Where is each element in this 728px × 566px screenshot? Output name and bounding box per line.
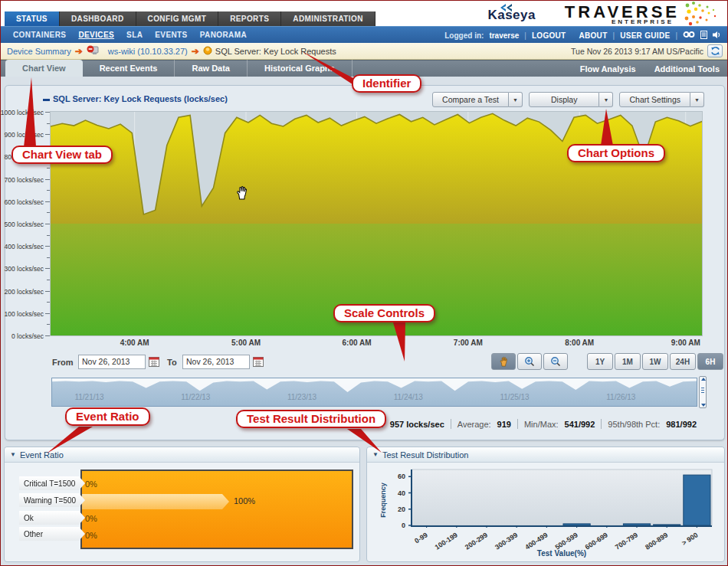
zoom-out-button[interactable] [543, 353, 568, 370]
y-axis-tick [47, 235, 50, 236]
event-ratio-row-critical: 0% [82, 477, 352, 492]
tab-raw-data[interactable]: Raw Data [175, 60, 248, 77]
traverse-edition: ENTERPRISE [612, 18, 674, 25]
tab-chart-view[interactable]: Chart View [5, 60, 83, 77]
collapse-triangle-icon[interactable]: ▼ [372, 451, 379, 458]
nav-tab-status[interactable]: STATUS [5, 11, 60, 26]
y-axis-tick [45, 201, 50, 202]
event-ratio-panel: ▼ Event Ratio 0% 100% 0% 0% Critical T=1… [4, 447, 360, 562]
nav-tab-dashboard[interactable]: DASHBOARD [60, 11, 136, 26]
display-button[interactable]: Display ▼ [529, 92, 613, 107]
timeline-scrollbar[interactable] [699, 376, 707, 408]
pan-tool-button[interactable] [491, 353, 516, 370]
breadcrumb-device-summary-link[interactable]: Device Summary [7, 47, 71, 56]
divider [451, 419, 451, 429]
device-status-icon [87, 45, 99, 57]
ok-pct: 0% [85, 514, 97, 523]
chart-title: SQL Server: Key Lock Requests (locks/sec… [53, 94, 228, 103]
test-warning-icon [203, 46, 212, 57]
test-result-distribution-header[interactable]: ▼ Test Result Distribution [367, 447, 724, 463]
nav-tab-config-mgmt[interactable]: CONFIG MGMT [136, 11, 219, 26]
nav-tab-reports[interactable]: REPORTS [218, 11, 281, 26]
chart-options-toolbar: Compare a Test ▼ Display ▼ Chart Setting… [432, 92, 704, 107]
other-pct: 0% [85, 531, 97, 540]
breadcrumb-arrow-icon: ➔ [192, 46, 199, 57]
chevron-down-icon[interactable]: ▼ [599, 92, 613, 107]
y-axis-tick [47, 324, 50, 325]
link-icon[interactable] [683, 31, 695, 40]
speaker-icon[interactable] [713, 31, 721, 41]
range-1m-button[interactable]: 1M [615, 353, 641, 370]
user-guide-link[interactable]: USER GUIDE [620, 31, 670, 40]
y-axis-tick [45, 246, 50, 247]
chevron-down-icon[interactable]: ▼ [509, 92, 523, 107]
chart-settings-button[interactable]: Chart Settings ▼ [619, 92, 704, 107]
flow-analysis-link[interactable]: Flow Analysis [580, 64, 636, 74]
chart-settings-label[interactable]: Chart Settings [619, 92, 690, 107]
timeline-overview[interactable]: 11/21/1311/22/1311/23/1311/24/1311/25/13… [51, 378, 697, 407]
y-axis-label: 1000 locks/sec [1, 109, 44, 116]
separator: | [613, 31, 615, 40]
y-axis-label: 100 locks/sec [5, 310, 44, 318]
subnav-panorama[interactable]: PANORAMA [200, 31, 247, 39]
tab-recent-events[interactable]: Recent Events [83, 60, 175, 77]
x-axis-label: 4:00 AM [108, 339, 162, 347]
secondary-nav: CONTAINERS DEVICES SLA EVENTS PANORAMA L… [1, 26, 727, 43]
additional-tools-link[interactable]: Additional Tools [654, 64, 720, 74]
zoom-in-button[interactable] [517, 353, 542, 370]
svg-text:0: 0 [402, 522, 405, 529]
from-date-input[interactable]: Nov 26, 2013 [78, 355, 146, 369]
calendar-icon[interactable] [149, 356, 160, 368]
collapse-triangle-icon[interactable]: ▼ [10, 451, 16, 458]
x-axis-label: 5:00 AM [219, 339, 273, 347]
x-axis-label: 8:00 AM [553, 339, 606, 347]
y-axis-tick [47, 190, 50, 191]
range-1w-button[interactable]: 1W [642, 353, 668, 370]
callout-chart-options: Chart Options [567, 144, 665, 162]
y-axis-label: 900 locks/sec [5, 131, 44, 139]
nav-tab-administration[interactable]: ADMINISTRATION [281, 11, 375, 26]
timeline-date-label: 11/26/13 [606, 393, 635, 401]
distribution-bar [623, 524, 650, 525]
percentile-value: 981/992 [666, 420, 697, 429]
y-axis-label: 0 locks/sec [11, 332, 44, 340]
distribution-category-label: 200-299 [464, 531, 489, 551]
compare-a-test-button[interactable]: Compare a Test ▼ [432, 92, 523, 107]
compare-a-test-label[interactable]: Compare a Test [432, 92, 509, 107]
about-link[interactable]: ABOUT [579, 31, 607, 40]
refresh-button[interactable] [707, 44, 723, 57]
summary-stats: Last Value: 957 locks/sec Average: 919 M… [343, 419, 697, 429]
callout-event-ratio: Event Ratio [65, 407, 150, 426]
to-date-input[interactable]: Nov 26, 2013 [182, 355, 250, 369]
range-6h-button[interactable]: 6H [697, 353, 723, 370]
subnav-events[interactable]: EVENTS [155, 31, 187, 39]
timeline-date-label: 11/21/13 [74, 393, 103, 401]
y-axis-tick [45, 179, 50, 180]
logged-in-username: traverse [489, 31, 519, 40]
distribution-category-label: > 900 [680, 531, 700, 547]
chevron-down-icon[interactable]: ▼ [690, 92, 704, 107]
display-label[interactable]: Display [529, 92, 599, 107]
y-axis-tick [47, 123, 50, 124]
y-axis-label: 200 locks/sec [5, 288, 44, 296]
subnav-devices[interactable]: DEVICES [78, 31, 114, 39]
document-icon[interactable] [700, 31, 707, 41]
svg-text:60: 60 [398, 473, 405, 480]
event-ratio-title: Event Ratio [20, 450, 64, 460]
minmax-value: 541/992 [565, 420, 595, 429]
event-ratio-header[interactable]: ▼ Event Ratio [5, 447, 359, 463]
calendar-icon[interactable] [253, 356, 264, 368]
subnav-containers[interactable]: CONTAINERS [13, 31, 66, 39]
breadcrumb-device-link[interactable]: ws-wiki (10.10.33.27) [108, 47, 188, 56]
distribution-category-label: 500-599 [554, 531, 579, 551]
logout-link[interactable]: LOGOUT [532, 31, 566, 40]
range-1y-button[interactable]: 1Y [587, 353, 613, 370]
timeline-date-label: 11/25/13 [500, 393, 529, 401]
range-24h-button[interactable]: 24H [670, 353, 696, 370]
subnav-sla[interactable]: SLA [126, 31, 143, 39]
distribution-category-label: 100-199 [434, 531, 459, 551]
test-result-distribution-title: Test Result Distribution [382, 450, 469, 460]
svg-text:40: 40 [398, 489, 405, 497]
tab-historical-graphs[interactable]: Historical Graphs [248, 60, 353, 77]
callout-chart-view-tab: Chart View tab [11, 146, 113, 164]
